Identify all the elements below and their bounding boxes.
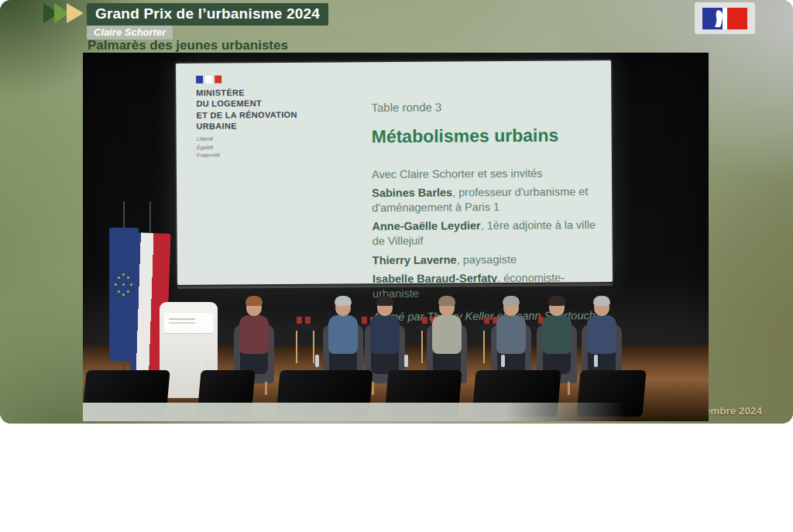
video-player[interactable]: MINISTÈREDU LOGEMENTET DE LA RÉNOVATIONU… — [0, 0, 793, 424]
government-logo-icon — [695, 2, 755, 34]
panelist-hair — [376, 296, 393, 306]
page: MINISTÈREDU LOGEMENTET DE LA RÉNOVATIONU… — [0, 0, 793, 532]
panelist-hair — [548, 296, 565, 306]
slide-guest-line: Anne-Gaëlle Leydier, 1ère adjointe à la … — [372, 218, 598, 249]
motto-line: Fraternité — [197, 151, 359, 160]
event-logo-triangle-icon — [67, 3, 84, 23]
slide-guest-list: Sabines Barles, professeur d'urbanisme e… — [372, 184, 599, 301]
guest-name: Sabines Barles — [372, 186, 452, 199]
event-subtitle: Palmarès des jeunes urbanistes — [88, 38, 288, 53]
slide-guest-line: Thierry Laverne, paysagiste — [372, 252, 599, 268]
slide-intro: Avec Claire Schorter et ses invités — [372, 166, 598, 180]
projection-screen: MINISTÈREDU LOGEMENTET DE LA RÉNOVATIONU… — [176, 60, 613, 285]
slide-guest-line: Sabines Barles, professeur d'urbanisme e… — [372, 184, 598, 215]
panelist-torso — [328, 315, 358, 354]
ministry-logo-block: MINISTÈREDU LOGEMENTET DE LA RÉNOVATIONU… — [196, 74, 359, 160]
panelist-torso — [587, 315, 616, 354]
water-bottle — [315, 355, 319, 367]
ministry-name-line: ET DE LA RÉNOVATION — [196, 108, 359, 121]
panelist-torso — [370, 315, 400, 354]
stage-front-edge — [83, 403, 625, 421]
panelist-torso — [496, 315, 526, 354]
water-bottle — [594, 355, 598, 367]
event-title-badge: Grand Prix de l’urbanisme 2024 — [87, 3, 328, 26]
panelist-hair — [438, 296, 455, 306]
red-cup — [305, 317, 311, 324]
ministry-flag-icon — [196, 74, 359, 83]
slide-title: Métabolismes urbains — [372, 125, 598, 147]
guest-role: , paysagiste — [457, 252, 517, 266]
ministry-name-line: URBAINE — [197, 119, 359, 132]
panelist-torso — [432, 315, 462, 354]
guest-name: Isabelle Baraud-Serfaty — [372, 272, 497, 285]
side-table — [290, 324, 318, 331]
guest-name: Thierry Laverne — [372, 253, 457, 266]
water-bottle — [199, 355, 203, 367]
panelist-hair — [335, 296, 352, 306]
guest-name: Anne-Gaëlle Leydier — [372, 219, 480, 232]
panelist-hair — [245, 296, 263, 306]
ministry-name-line: MINISTÈRE — [196, 86, 359, 98]
ministry-motto: LibertéÉgalitéFraternité — [197, 135, 359, 160]
ministry-name-line: DU LOGEMENT — [196, 98, 359, 110]
water-bottle — [404, 355, 408, 367]
water-bottle — [501, 355, 505, 367]
panelist-torso — [239, 315, 269, 354]
panelist-hair — [503, 296, 520, 306]
ministry-name: MINISTÈREDU LOGEMENTET DE LA RÉNOVATIONU… — [196, 86, 359, 132]
panelist-hair — [593, 296, 610, 306]
slide-session: Table ronde 3 — [371, 99, 597, 114]
panelist-torso — [542, 315, 572, 354]
video-frame: MINISTÈREDU LOGEMENTET DE LA RÉNOVATIONU… — [83, 53, 709, 421]
red-cup — [297, 317, 302, 324]
